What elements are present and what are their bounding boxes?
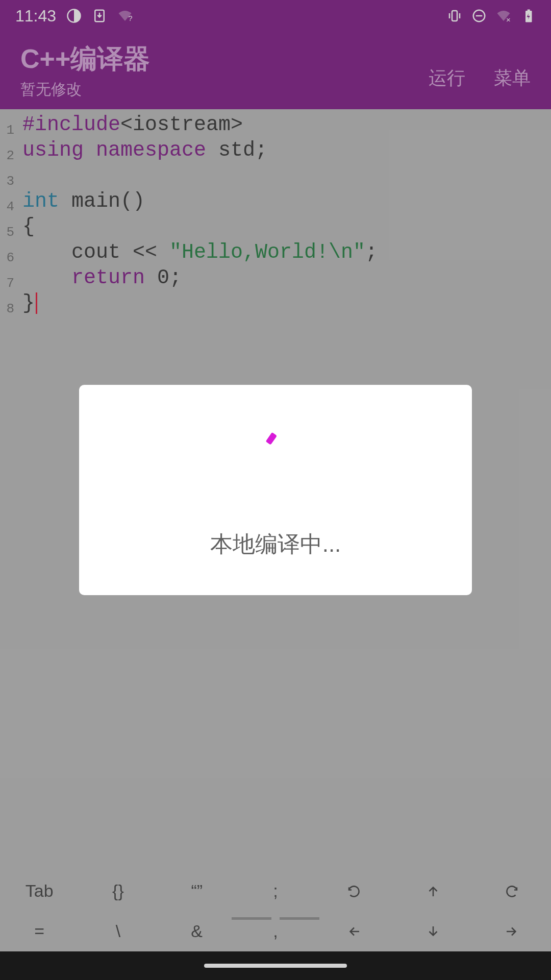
nav-home-pill[interactable] — [204, 964, 347, 968]
code-line[interactable]: return 0; — [22, 265, 551, 291]
redo-key[interactable] — [472, 871, 551, 911]
app-bar-actions: 运行 菜单 — [429, 51, 531, 91]
up-icon — [425, 884, 441, 899]
dnd-icon — [471, 8, 487, 23]
line-number-gutter: 12345678 — [0, 112, 18, 322]
undo-key[interactable] — [315, 871, 393, 911]
up-key[interactable] — [393, 871, 472, 911]
key-tab[interactable]: Tab — [0, 871, 79, 911]
key-symbol[interactable]: \ — [79, 911, 157, 951]
line-number: 1 — [0, 117, 14, 143]
app-subtitle: 暂无修改 — [20, 79, 429, 100]
right-icon — [504, 924, 519, 939]
svg-rect-3 — [452, 11, 457, 21]
wifi-off-icon: × — [496, 8, 511, 23]
status-right: × — [447, 8, 536, 23]
code-editor[interactable]: 12345678 #include<iostream>using namespa… — [0, 109, 551, 322]
redo-icon — [504, 884, 519, 899]
down-icon — [425, 924, 441, 939]
compile-dialog: 本地编译中... — [79, 385, 472, 595]
key-symbol[interactable]: & — [158, 911, 236, 951]
vibrate-icon — [447, 8, 462, 23]
line-number: 2 — [0, 143, 14, 168]
undo-icon — [346, 884, 362, 899]
key-symbol[interactable]: ; — [236, 871, 315, 911]
app-title: C++编译器 — [20, 41, 429, 77]
line-number: 5 — [0, 219, 14, 245]
svg-text:?: ? — [128, 14, 132, 22]
keyboard-row-1: Tab{}“”; — [0, 871, 551, 911]
symbol-keyboard: Tab{}“”; =\&, — [0, 871, 551, 951]
key-symbol[interactable]: “” — [158, 871, 236, 911]
app-icon — [66, 8, 82, 23]
code-line[interactable]: cout << "Hello,World!\n"; — [22, 240, 551, 265]
left-icon — [346, 924, 362, 939]
left-key[interactable] — [315, 911, 393, 951]
code-line[interactable]: } — [22, 291, 551, 316]
code-line[interactable] — [22, 163, 551, 189]
line-number: 6 — [0, 245, 14, 271]
down-key[interactable] — [393, 911, 472, 951]
right-key[interactable] — [472, 911, 551, 951]
key-symbol[interactable]: {} — [79, 871, 157, 911]
keyboard-page-indicator — [232, 917, 319, 920]
wifi-unknown-icon: ? — [117, 8, 133, 23]
download-icon — [92, 8, 107, 23]
system-nav-bar — [0, 951, 551, 980]
spinner-icon — [258, 436, 293, 472]
line-number: 4 — [0, 194, 14, 219]
line-number: 3 — [0, 168, 14, 194]
key-symbol[interactable]: = — [0, 911, 79, 951]
line-number: 8 — [0, 296, 14, 322]
app-bar: C++编译器 暂无修改 运行 菜单 — [0, 32, 551, 109]
battery-charging-icon — [520, 8, 536, 23]
menu-button[interactable]: 菜单 — [494, 66, 531, 91]
status-left: 11:43 ? — [15, 7, 133, 26]
status-bar: 11:43 ? × — [0, 0, 551, 32]
run-button[interactable]: 运行 — [429, 66, 465, 91]
text-cursor — [36, 292, 37, 314]
code-content[interactable]: #include<iostream>using namespace std;in… — [18, 112, 551, 322]
svg-rect-10 — [528, 10, 530, 12]
app-bar-title-area: C++编译器 暂无修改 — [20, 41, 429, 100]
dialog-message: 本地编译中... — [210, 529, 341, 559]
svg-text:×: × — [506, 15, 511, 24]
code-line[interactable]: using namespace std; — [22, 138, 551, 163]
code-line[interactable]: #include<iostream> — [22, 112, 551, 138]
line-number: 7 — [0, 271, 14, 296]
code-line[interactable]: { — [22, 214, 551, 240]
status-time: 11:43 — [15, 7, 56, 26]
code-line[interactable]: int main() — [22, 189, 551, 214]
